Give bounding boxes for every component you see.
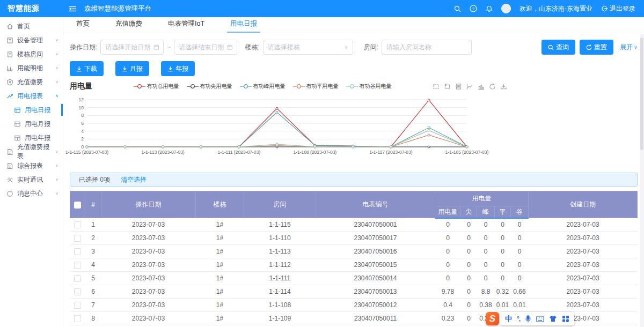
- sogou-logo-icon[interactable]: S: [486, 312, 499, 325]
- ime-chinese-mode-icon[interactable]: 中: [505, 314, 512, 324]
- menu-collapse-icon[interactable]: [69, 5, 77, 12]
- building-select[interactable]: 请选择楼栋 ∨: [263, 40, 353, 55]
- legend-item[interactable]: 有功谷用电量: [346, 83, 392, 90]
- col-group-usage: 用电量: [435, 191, 529, 206]
- table-row[interactable]: 12023-07-031#1-1-11523040705000100000202…: [70, 218, 638, 232]
- data-zoom-icon[interactable]: [433, 83, 440, 90]
- chevron-down-icon: ∨: [55, 66, 58, 70]
- cell-created-date: 2023-07-03: [529, 299, 638, 312]
- tab-home[interactable]: 首页: [75, 17, 91, 33]
- sidebar-item-realtime-communication[interactable]: 实时通讯 ∨: [0, 173, 63, 187]
- cell-operation-date: 2023-07-03: [101, 299, 196, 312]
- cell-index: 6: [85, 285, 101, 299]
- row-checkbox[interactable]: [74, 275, 81, 282]
- vertical-scrollbar[interactable]: [640, 34, 644, 327]
- download-icon: [122, 66, 128, 72]
- scrollbar-thumb[interactable]: [640, 38, 643, 150]
- sidebar-item-message-center[interactable]: 消息中心 ∨: [0, 187, 63, 200]
- ime-punctuation-icon[interactable]: °,: [517, 315, 520, 323]
- end-date-input[interactable]: [174, 40, 237, 55]
- ime-microphone-icon[interactable]: [525, 315, 531, 323]
- legend-item[interactable]: 有功平用电量: [293, 83, 339, 90]
- monthly-report-button[interactable]: 月报: [115, 61, 149, 76]
- row-checkbox[interactable]: [74, 315, 81, 322]
- tab-meter-iot[interactable]: 电表管理IoT: [167, 17, 206, 33]
- ime-toolbox-grid-icon[interactable]: [562, 315, 569, 322]
- table-row[interactable]: 72023-07-031#1-1-1082304070500120.400.38…: [70, 299, 638, 312]
- cell-usage: 0: [435, 218, 461, 232]
- help-icon[interactable]: ?: [470, 5, 477, 12]
- user-avatar[interactable]: [501, 4, 511, 13]
- tab-recharge[interactable]: 充值缴费: [114, 17, 143, 33]
- svg-text:1-1-113 (2023-07-03): 1-1-113 (2023-07-03): [142, 150, 185, 155]
- row-checkbox[interactable]: [74, 262, 81, 269]
- table-row[interactable]: 32023-07-031#1-1-11323040705001600000202…: [70, 245, 638, 258]
- table-row[interactable]: 92023-07-031#1-1-11723040705000900000202…: [70, 325, 638, 327]
- restore-icon[interactable]: [489, 83, 496, 90]
- sidebar-item-electricity-monthly-report[interactable]: 用电月报: [0, 117, 63, 131]
- save-image-icon[interactable]: [500, 83, 507, 90]
- svg-text:12: 12: [79, 97, 84, 102]
- row-checkbox[interactable]: [74, 221, 81, 228]
- row-checkbox[interactable]: [74, 302, 81, 309]
- tab-electricity-daily-report[interactable]: 用电日报: [229, 17, 258, 33]
- sidebar-item-device-management[interactable]: 设备管理 ∨: [0, 33, 63, 47]
- download-button[interactable]: 下载: [70, 61, 104, 76]
- cell-flat: 0: [495, 245, 511, 258]
- cell-building: 1#: [196, 218, 244, 232]
- expand-filters-link[interactable]: 展开 ∨: [620, 43, 638, 52]
- cell-building: 1#: [196, 285, 244, 299]
- cell-room: 1-1-113: [244, 245, 316, 258]
- col-index: #: [85, 191, 101, 218]
- start-date-input[interactable]: [100, 40, 164, 55]
- yearly-report-button[interactable]: 年报: [161, 61, 195, 76]
- cell-peak: 0: [477, 245, 495, 258]
- cell-index: 1: [85, 218, 101, 232]
- legend-item[interactable]: 有功尖用电量: [187, 83, 232, 90]
- row-checkbox[interactable]: [74, 248, 81, 255]
- table-row[interactable]: 22023-07-031#1-1-11023040705001700000202…: [70, 232, 638, 245]
- cell-room: 1-1-114: [244, 285, 316, 299]
- cell-building: 1#: [196, 272, 244, 285]
- reset-button[interactable]: 重置: [580, 40, 613, 55]
- svg-text:10: 10: [79, 105, 84, 110]
- bar-chart-type-icon[interactable]: [478, 83, 485, 90]
- logout-button[interactable]: 退出登录: [601, 4, 635, 13]
- svg-text:2: 2: [81, 136, 84, 142]
- search-icon[interactable]: [454, 5, 461, 12]
- sidebar-item-comprehensive-report[interactable]: 综合报表 ∨: [0, 159, 63, 173]
- table-row[interactable]: 42023-07-031#1-1-11223040705001500000202…: [70, 258, 638, 272]
- ime-skin-shirt-icon[interactable]: [549, 315, 557, 322]
- cell-created-date: 2023-07-03: [529, 245, 638, 258]
- room-input[interactable]: [382, 40, 472, 55]
- sidebar-item-electricity-reports[interactable]: 用电报表 ∧: [0, 89, 63, 103]
- legend-item[interactable]: 有功总用电量: [134, 83, 179, 90]
- row-checkbox[interactable]: [74, 288, 81, 295]
- sidebar-item-energy-detail[interactable]: 用能明细 ∨: [0, 61, 63, 75]
- cell-index: 2: [85, 232, 101, 245]
- zoom-reset-icon[interactable]: [444, 83, 451, 90]
- sidebar: 首页 设备管理 ∨ 楼栋房间 ∨ 用能明细 ∨ 充值缴费 ∨: [0, 17, 63, 327]
- sidebar-item-home[interactable]: 首页: [0, 19, 63, 33]
- select-all-checkbox[interactable]: [74, 202, 81, 209]
- line-chart-type-icon[interactable]: [466, 83, 473, 90]
- table-row[interactable]: 52023-07-031#1-1-11123040705001400000202…: [70, 272, 638, 285]
- chart-title: 用电量: [70, 81, 92, 91]
- data-view-icon[interactable]: [455, 83, 462, 90]
- sidebar-item-building-rooms[interactable]: 楼栋房间 ∨: [0, 47, 63, 61]
- sidebar-item-recharge-report[interactable]: 充值缴费报表 ∨: [0, 145, 63, 159]
- sidebar-item-recharge-payment[interactable]: 充值缴费 ∨: [0, 75, 63, 89]
- sidebar-item-label: 用能明细: [17, 64, 43, 73]
- ime-keyboard-icon[interactable]: [536, 316, 544, 322]
- legend-item[interactable]: 有功峰用电量: [240, 83, 286, 90]
- bar-chart-icon: [6, 65, 13, 72]
- notification-bell-icon[interactable]: [486, 5, 493, 12]
- sidebar-item-label: 充值缴费报表: [17, 143, 55, 161]
- search-button[interactable]: 查询: [541, 40, 575, 55]
- clear-selection-link[interactable]: 清空选择: [121, 175, 147, 184]
- cell-created-date: 2023-07-03: [529, 272, 638, 285]
- table-row[interactable]: 62023-07-031#1-1-1142304070500139.7808.8…: [70, 285, 638, 299]
- sidebar-item-electricity-daily-report[interactable]: 用电日报: [0, 103, 63, 117]
- legend-marker-icon: [187, 84, 199, 89]
- row-checkbox[interactable]: [74, 235, 81, 242]
